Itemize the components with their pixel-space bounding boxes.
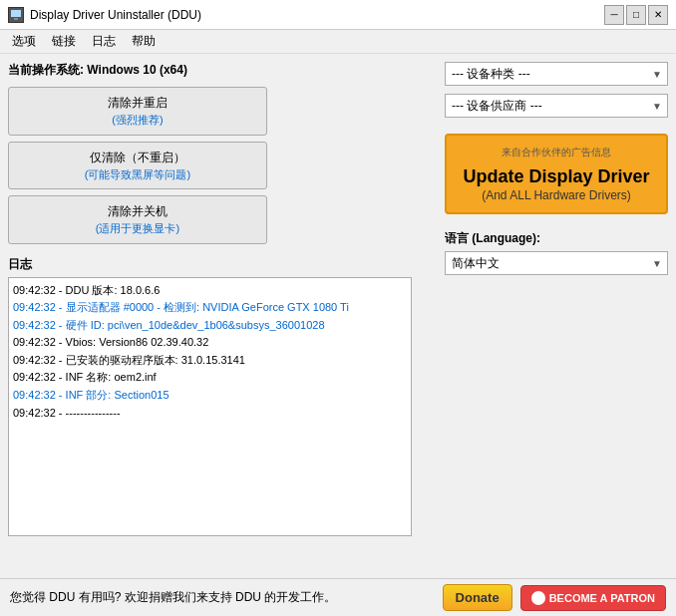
list-item: 09:42:32 - DDU 版本: 18.0.6.6 [13, 282, 407, 300]
clean-shutdown-sub: (适用于更换显卡) [19, 220, 256, 237]
clean-restart-main: 清除并重启 [19, 94, 256, 112]
current-os-label: 当前操作系统: [8, 63, 87, 77]
menu-help[interactable]: 帮助 [124, 31, 164, 52]
svg-rect-2 [14, 18, 18, 20]
patron-label: BECOME A PATRON [549, 592, 655, 604]
log-label: 日志 [8, 256, 429, 273]
language-select[interactable]: 简体中文 English [445, 251, 668, 275]
menu-links[interactable]: 链接 [44, 31, 84, 52]
bottom-bar: 您觉得 DDU 有用吗? 欢迎捐赠我们来支持 DDU 的开发工作。 Donate… [0, 578, 676, 616]
clean-only-button[interactable]: 仅清除（不重启） (可能导致黑屏等问题) [8, 142, 267, 190]
minimize-button[interactable]: ─ [604, 5, 624, 25]
left-panel: 当前操作系统: Windows 10 (x64) 清除并重启 (强烈推荐) 仅清… [0, 54, 437, 578]
clean-restart-sub: (强烈推荐) [19, 112, 256, 129]
clean-only-sub: (可能导致黑屏等问题) [19, 166, 256, 183]
clean-shutdown-main: 清除并关机 [19, 202, 256, 220]
app-title: Display Driver Uninstaller (DDU) [30, 8, 201, 22]
patron-button[interactable]: BECOME A PATRON [520, 585, 666, 611]
list-item: 09:42:32 - Vbios: Version86 02.39.40.32 [13, 334, 407, 352]
ad-sub: (And ALL Hardware Drivers) [455, 188, 658, 202]
window-controls: ─ □ ✕ [604, 5, 668, 25]
app-icon [8, 7, 24, 23]
list-item: 09:42:32 - 已安装的驱动程序版本: 31.0.15.3141 [13, 352, 407, 370]
main-area: 当前操作系统: Windows 10 (x64) 清除并重启 (强烈推荐) 仅清… [0, 54, 676, 578]
list-item: 09:42:32 - 硬件 ID: pci\ven_10de&dev_1b06&… [13, 317, 407, 335]
log-box[interactable]: 09:42:32 - DDU 版本: 18.0.6.6 09:42:32 - 显… [8, 277, 412, 536]
maximize-button[interactable]: □ [626, 5, 646, 25]
menu-log[interactable]: 日志 [84, 31, 124, 52]
patron-icon [531, 591, 545, 605]
device-vendor-wrapper: --- 设备供应商 --- NVIDIA AMD Intel [445, 94, 668, 118]
list-item: 09:42:32 - INF 名称: oem2.inf [13, 369, 407, 387]
clean-restart-button[interactable]: 清除并重启 (强烈推荐) [8, 87, 267, 136]
clean-only-main: 仅清除（不重启） [19, 149, 256, 166]
close-button[interactable]: ✕ [648, 5, 668, 25]
title-bar: Display Driver Uninstaller (DDU) ─ □ ✕ [0, 0, 676, 30]
current-os-value: Windows 10 (x64) [87, 63, 187, 77]
list-item: 09:42:32 - --------------- [13, 405, 407, 423]
log-section: 日志 09:42:32 - DDU 版本: 18.0.6.6 09:42:32 … [8, 256, 429, 536]
device-type-select[interactable]: --- 设备种类 --- GPU Audio [445, 62, 668, 86]
clean-shutdown-button[interactable]: 清除并关机 (适用于更换显卡) [8, 195, 267, 244]
language-label: 语言 (Language): [445, 230, 668, 247]
language-label-text: 语言 (Language): [445, 231, 540, 245]
right-panel: --- 设备种类 --- GPU Audio --- 设备供应商 --- NVI… [437, 54, 676, 578]
current-os: 当前操作系统: Windows 10 (x64) [8, 62, 429, 79]
ad-source-text: 来自合作伙伴的广告信息 [455, 146, 658, 159]
svg-rect-1 [11, 10, 21, 17]
language-wrapper: 简体中文 English [445, 251, 668, 275]
menu-bar: 选项 链接 日志 帮助 [0, 30, 676, 54]
device-vendor-select[interactable]: --- 设备供应商 --- NVIDIA AMD Intel [445, 94, 668, 118]
ad-banner[interactable]: 来自合作伙伴的广告信息 Update Display Driver (And A… [445, 134, 668, 214]
ad-title: Update Display Driver [455, 165, 658, 188]
device-type-wrapper: --- 设备种类 --- GPU Audio [445, 62, 668, 86]
menu-options[interactable]: 选项 [4, 31, 44, 52]
list-item: 09:42:32 - 显示适配器 #0000 - 检测到: NVIDIA GeF… [13, 299, 407, 317]
donate-button[interactable]: Donate [443, 584, 512, 611]
language-section: 语言 (Language): 简体中文 English [445, 230, 668, 275]
bottom-text: 您觉得 DDU 有用吗? 欢迎捐赠我们来支持 DDU 的开发工作。 [10, 589, 435, 606]
list-item: 09:42:32 - INF 部分: Section015 [13, 387, 407, 405]
